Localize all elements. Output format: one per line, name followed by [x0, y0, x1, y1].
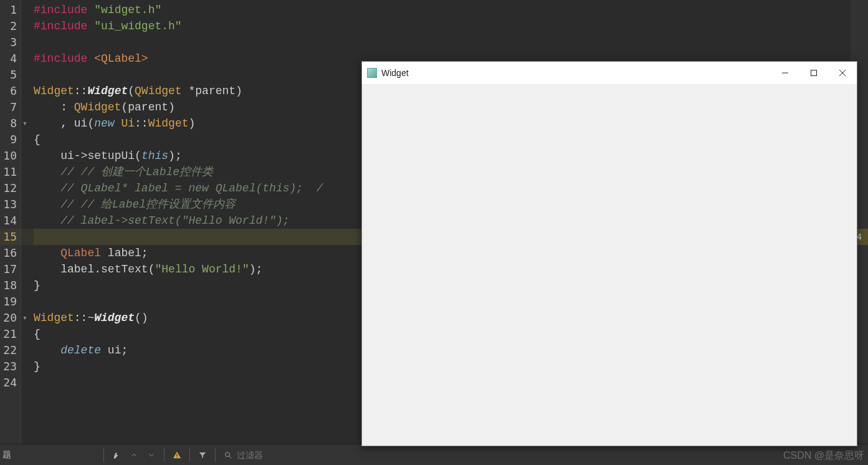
app-icon — [367, 68, 377, 78]
line-number[interactable]: 9 — [0, 132, 21, 148]
line-number[interactable]: 21 — [0, 326, 21, 342]
line-number[interactable]: 15 — [0, 229, 21, 245]
window-client-area[interactable] — [362, 84, 857, 446]
line-number[interactable]: 2 — [0, 18, 21, 34]
line-number[interactable]: 10 — [0, 148, 21, 164]
line-number-gutter[interactable]: 123456789101112131415161718192021222324 — [0, 0, 21, 444]
line-number[interactable]: 23 — [0, 358, 21, 375]
line-number[interactable]: 16 — [0, 245, 21, 261]
widget-window[interactable]: Widget — [361, 61, 857, 446]
code-line[interactable] — [34, 34, 868, 50]
maximize-button[interactable] — [799, 62, 828, 84]
fold-toggle-icon[interactable]: ▾ — [22, 310, 27, 326]
line-number[interactable]: 3 — [0, 34, 21, 50]
window-titlebar[interactable]: Widget — [362, 62, 857, 84]
line-number[interactable]: 19 — [0, 294, 21, 310]
window-title: Widget — [381, 68, 409, 78]
line-number[interactable]: 5 — [0, 67, 21, 83]
svg-point-2 — [226, 452, 230, 456]
prev-icon[interactable] — [128, 449, 140, 461]
line-number[interactable]: 13 — [0, 196, 21, 213]
filter-input[interactable] — [237, 448, 336, 463]
status-left-text: 题 — [2, 449, 11, 459]
svg-rect-0 — [176, 454, 177, 456]
line-number[interactable]: 8 — [0, 115, 21, 132]
filter-icon[interactable] — [196, 449, 209, 461]
minimize-button[interactable] — [771, 62, 799, 84]
line-number[interactable]: 4 — [0, 50, 21, 67]
svg-rect-1 — [176, 456, 177, 457]
separator — [164, 448, 165, 462]
line-number[interactable]: 22 — [0, 342, 21, 358]
window-controls — [771, 62, 857, 84]
separator — [103, 448, 104, 462]
separator — [215, 448, 216, 462]
line-number[interactable]: 24 — [0, 375, 21, 391]
line-number[interactable]: 14 — [0, 213, 21, 229]
line-number[interactable]: 17 — [0, 261, 21, 277]
fold-column[interactable]: ▾▾ — [21, 0, 31, 444]
line-number[interactable]: 6 — [0, 83, 21, 99]
next-icon[interactable] — [145, 449, 158, 461]
line-number[interactable]: 18 — [0, 277, 21, 294]
fold-toggle-icon[interactable]: ▾ — [22, 115, 27, 132]
line-number[interactable]: 11 — [0, 164, 21, 180]
line-number[interactable]: 7 — [0, 99, 21, 115]
svg-line-3 — [229, 456, 232, 458]
build-icon[interactable] — [110, 449, 123, 461]
svg-rect-5 — [811, 70, 817, 76]
line-number[interactable]: 20 — [0, 310, 21, 326]
code-line[interactable]: #include "widget.h" — [34, 2, 868, 18]
code-line[interactable]: #include "ui_widget.h" — [34, 18, 868, 34]
close-button[interactable] — [828, 62, 857, 84]
search-icon[interactable] — [222, 449, 234, 461]
warning-icon[interactable] — [171, 449, 183, 461]
separator — [189, 448, 190, 462]
line-number[interactable]: 1 — [0, 2, 21, 18]
line-number[interactable]: 12 — [0, 180, 21, 196]
status-bar: 题 — [0, 444, 868, 465]
